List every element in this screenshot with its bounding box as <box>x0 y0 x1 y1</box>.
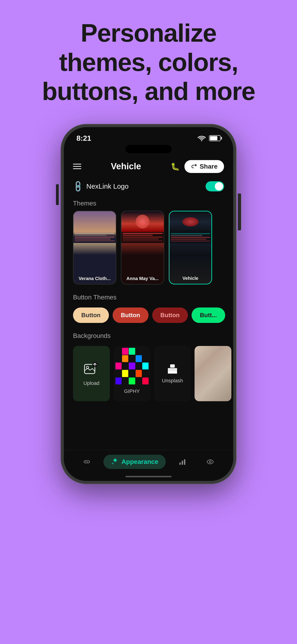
theme-card-vehicle[interactable]: Vehicle <box>169 211 212 284</box>
status-bar: 8:21 <box>64 127 233 145</box>
dynamic-island <box>126 145 172 153</box>
button-theme-green[interactable]: Butt... <box>192 308 225 323</box>
battery-icon <box>209 135 220 141</box>
svg-point-0 <box>201 140 202 142</box>
nexlink-label: NexLink Logo <box>86 182 128 190</box>
phone-screen: 8:21 <box>64 127 233 481</box>
chart-nav-icon <box>178 458 186 466</box>
theme-label-anna: Anna May Va... <box>121 276 164 281</box>
button-theme-red[interactable]: Button <box>112 308 148 323</box>
menu-button[interactable] <box>73 164 81 169</box>
background-giphy[interactable]: GIPHY <box>114 346 150 401</box>
button-themes-section-label: Button Themes <box>64 289 233 305</box>
nexlink-left: 🔗 NexLink Logo <box>73 182 128 191</box>
phone-frame: 8:21 <box>61 124 236 484</box>
nav-item-appearance[interactable]: Appearance <box>103 455 166 469</box>
theme-card-verana[interactable]: Verana Cloth... <box>73 211 116 284</box>
appearance-nav-label: Appearance <box>121 458 158 466</box>
app-content: Vehicle 🐛 Share 🔗 <box>64 158 233 481</box>
share-button[interactable]: Share <box>184 160 224 173</box>
svg-rect-7 <box>182 461 183 465</box>
upload-label: Upload <box>83 380 100 386</box>
home-indicator <box>126 476 172 477</box>
button-themes-row: Button Button Button Butt... <box>64 305 233 328</box>
unsplash-logo <box>167 364 178 374</box>
nav-item-link[interactable] <box>76 455 98 469</box>
hero-section: Personalize themes, colors, buttons, and… <box>24 18 273 106</box>
nexlink-row: 🔗 NexLink Logo <box>64 178 233 195</box>
link-nav-icon <box>83 458 91 466</box>
background-marble[interactable] <box>194 346 232 401</box>
phone-mockup: 8:21 <box>61 124 236 484</box>
svg-rect-8 <box>184 459 185 465</box>
bug-icon[interactable]: 🐛 <box>170 162 180 171</box>
nav-item-eye[interactable] <box>199 455 222 469</box>
background-upload[interactable]: Upload <box>73 346 110 401</box>
theme-label-vehicle: Vehicle <box>170 276 211 281</box>
theme-card-anna[interactable]: Anna May Va... <box>121 211 164 284</box>
button-theme-dark-red[interactable]: Button <box>152 308 188 323</box>
hero-title: Personalize themes, colors, buttons, and… <box>42 18 255 106</box>
nexlink-toggle[interactable] <box>206 181 224 192</box>
giphy-label: GIPHY <box>124 388 140 394</box>
sparkle-nav-icon <box>111 458 118 466</box>
status-time: 8:21 <box>76 134 91 142</box>
backgrounds-section-label: Backgrounds <box>64 328 233 343</box>
upload-icon <box>83 361 100 377</box>
svg-rect-6 <box>179 462 181 465</box>
app-header: Vehicle 🐛 Share <box>64 158 233 178</box>
theme-label-verana: Verana Cloth... <box>74 276 116 281</box>
page-title: Vehicle <box>111 162 141 171</box>
svg-rect-5 <box>168 371 177 374</box>
nav-item-chart[interactable] <box>171 455 194 469</box>
themes-row: Verana Cloth... <box>64 211 233 289</box>
svg-rect-4 <box>170 364 175 368</box>
wifi-icon <box>198 135 206 141</box>
button-theme-peach[interactable]: Button <box>73 308 109 323</box>
share-icon <box>191 163 197 170</box>
status-icons <box>198 135 220 141</box>
header-actions: 🐛 Share <box>170 160 224 173</box>
themes-section-label: Themes <box>64 195 233 211</box>
link-icon: 🔗 <box>71 180 84 193</box>
unsplash-label: Unsplash <box>162 378 183 384</box>
background-unsplash[interactable]: Unsplash <box>154 346 191 401</box>
bottom-nav: Appearance <box>64 450 233 476</box>
backgrounds-grid: Upload <box>64 343 233 406</box>
eye-nav-icon <box>206 458 214 466</box>
svg-point-9 <box>209 461 211 463</box>
